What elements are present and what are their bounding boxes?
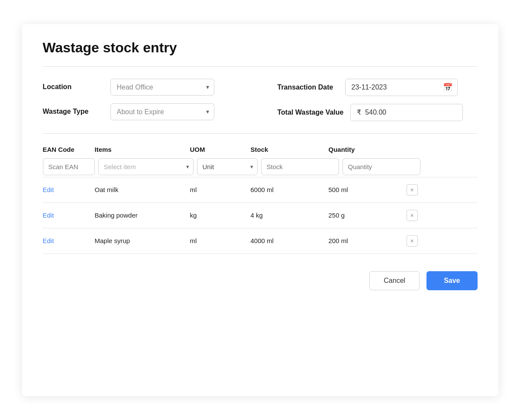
remove-button-1[interactable]: × [407, 210, 418, 221]
table-input-row: Select item ▾ Unit ▾ [43, 158, 478, 175]
col-header-ean: EAN Code [43, 146, 95, 153]
total-wastage-input[interactable] [350, 104, 463, 121]
cancel-button[interactable]: Cancel [369, 271, 420, 290]
stock-1: 4 kg [251, 212, 329, 219]
wastage-type-select[interactable]: About to Expire [110, 103, 214, 120]
quantity-1: 250 g [329, 212, 407, 219]
total-wastage-label: Total Wastage Value [278, 109, 344, 116]
transaction-date-label: Transaction Date [278, 83, 338, 91]
select-item-select[interactable]: Select item [98, 158, 194, 175]
stock-2: 4000 ml [251, 237, 329, 244]
col-header-items: Items [95, 146, 190, 153]
table-row: Edit Baking powder kg 4 kg 250 g × [43, 203, 478, 228]
location-row: Location Head Office ▾ [43, 79, 243, 96]
remove-button-2[interactable]: × [407, 235, 418, 247]
uom-1: kg [190, 212, 251, 219]
item-name-1: Baking powder [95, 212, 190, 219]
uom-wrapper: Unit ▾ [197, 158, 258, 175]
wastage-type-row: Wastage Type About to Expire ▾ [43, 103, 243, 120]
transaction-date-input[interactable] [345, 79, 458, 96]
quantity-input[interactable] [342, 158, 420, 175]
select-item-wrapper: Select item ▾ [98, 158, 194, 175]
total-wastage-value-wrapper [350, 104, 463, 121]
footer-row: Cancel Save [43, 271, 478, 290]
page-title: Wastage stock entry [43, 40, 478, 56]
stock-0: 6000 ml [251, 186, 329, 193]
form-left: Location Head Office ▾ Wastage Type Abou… [43, 79, 243, 121]
location-label: Location [43, 83, 103, 91]
edit-link-1[interactable]: Edit [43, 212, 95, 219]
edit-link-2[interactable]: Edit [43, 237, 95, 244]
table-row: Edit Maple syrup ml 4000 ml 200 ml × [43, 228, 478, 253]
form-right: Transaction Date 📅 Total Wastage Value [243, 79, 478, 121]
remove-button-0[interactable]: × [407, 184, 418, 196]
col-header-stock: Stock [251, 146, 329, 153]
item-name-2: Maple syrup [95, 237, 190, 244]
top-divider [43, 66, 478, 67]
table-header: EAN Code Items UOM Stock Quantity [43, 146, 478, 158]
uom-0: ml [190, 186, 251, 193]
edit-link-0[interactable]: Edit [43, 186, 95, 193]
table-section: EAN Code Items UOM Stock Quantity Select… [43, 146, 478, 254]
uom-2: ml [190, 237, 251, 244]
quantity-2: 200 ml [329, 237, 407, 244]
col-header-quantity: Quantity [329, 146, 407, 153]
wastage-type-select-wrapper: About to Expire ▾ [110, 103, 214, 120]
quantity-0: 500 ml [329, 186, 407, 193]
item-name-0: Oat milk [95, 186, 190, 193]
save-button[interactable]: Save [426, 271, 477, 290]
total-wastage-row: Total Wastage Value [278, 104, 463, 121]
location-select-wrapper: Head Office ▾ [110, 79, 214, 96]
col-header-uom: UOM [190, 146, 251, 153]
table-row: Edit Oat milk ml 6000 ml 500 ml × [43, 177, 478, 202]
stock-input[interactable] [261, 158, 339, 175]
transaction-date-wrapper: 📅 [345, 79, 458, 96]
middle-divider [43, 133, 478, 134]
wastage-type-label: Wastage Type [43, 108, 103, 115]
transaction-date-row: Transaction Date 📅 [278, 79, 458, 96]
wastage-stock-entry-modal: Wastage stock entry Location Head Office… [22, 24, 498, 396]
scan-ean-input[interactable] [43, 158, 95, 175]
uom-select[interactable]: Unit [197, 158, 258, 175]
form-section: Location Head Office ▾ Wastage Type Abou… [43, 79, 478, 121]
row-divider-3 [43, 253, 478, 254]
location-select[interactable]: Head Office [110, 79, 214, 96]
